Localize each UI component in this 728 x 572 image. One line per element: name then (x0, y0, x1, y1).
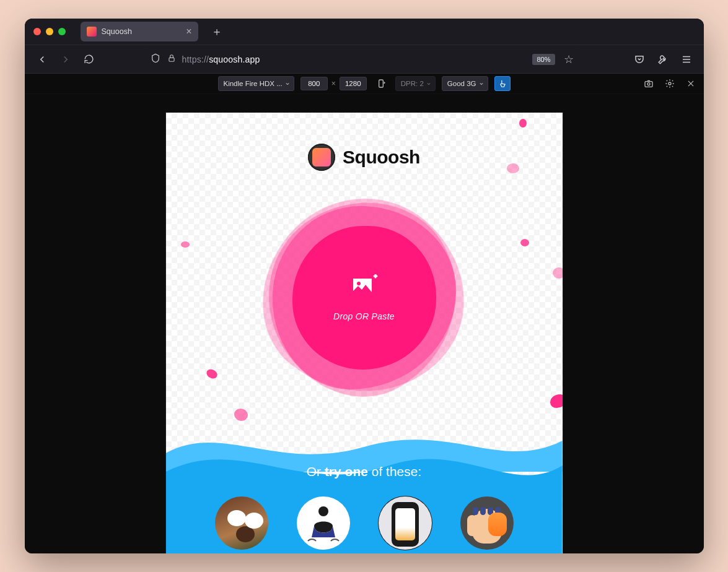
close-device-mode-icon[interactable] (683, 76, 699, 91)
tab-favicon (87, 27, 97, 37)
squoosh-logo-icon (308, 144, 335, 171)
touch-simulation-icon[interactable] (494, 76, 511, 91)
device-toolbar: Kindle Fire HDX ... × DPR: 2 Good 3G (25, 73, 704, 94)
window-controls (33, 28, 66, 35)
toolbar-right (629, 50, 696, 69)
svg-point-4 (669, 82, 671, 85)
viewport-width-input[interactable] (300, 77, 328, 90)
svg-rect-2 (645, 82, 652, 87)
try-one-heading: Or try one of these: (307, 464, 422, 479)
titlebar: Squoosh × ＋ (25, 19, 704, 45)
add-image-icon (349, 274, 379, 303)
url-bar[interactable]: https://squoosh.app 80% ☆ (145, 49, 579, 70)
pocket-icon[interactable] (629, 50, 649, 69)
samples-section: Or try one of these: (166, 453, 563, 553)
browser-window: Squoosh × ＋ https://squoosh.app 80% ☆ (25, 19, 704, 553)
svg-rect-0 (169, 58, 173, 61)
svg-point-3 (647, 83, 650, 85)
devtools-wrench-icon[interactable] (653, 50, 673, 69)
dimension-separator: × (331, 79, 336, 88)
tab-close-icon[interactable]: × (186, 27, 191, 37)
device-frame: Squoosh Drop OR Paste (166, 113, 563, 553)
svg-point-5 (357, 282, 361, 285)
sample-device-screenshot[interactable] (379, 496, 432, 550)
viewport-height-input[interactable] (340, 77, 367, 90)
url-text: https://squoosh.app (182, 54, 260, 64)
svg-rect-1 (379, 80, 383, 87)
nav-toolbar: https://squoosh.app 80% ☆ (25, 45, 704, 73)
decoration-blob (234, 409, 248, 421)
window-zoom-button[interactable] (58, 28, 66, 35)
back-button[interactable] (32, 50, 52, 69)
drop-label: Drop OR Paste (333, 311, 395, 321)
lock-icon[interactable] (166, 54, 177, 65)
dpr-select[interactable]: DPR: 2 (395, 76, 436, 91)
viewport-area: Squoosh Drop OR Paste (25, 94, 704, 553)
rotate-viewport-icon[interactable] (373, 76, 389, 91)
window-minimize-button[interactable] (46, 28, 53, 35)
app-menu-icon[interactable] (677, 50, 696, 69)
screenshot-icon[interactable] (641, 76, 657, 91)
tab-title: Squoosh (102, 27, 132, 36)
sample-svg-icon[interactable] (460, 496, 514, 550)
throttle-select[interactable]: Good 3G (442, 76, 488, 91)
forward-button[interactable] (56, 50, 76, 69)
reload-button[interactable] (79, 50, 99, 69)
sample-artwork[interactable] (297, 496, 350, 550)
svg-point-6 (318, 506, 328, 516)
window-close-button[interactable] (33, 28, 41, 35)
device-select[interactable]: Kindle Fire HDX ... (218, 76, 294, 91)
drop-target[interactable]: Drop OR Paste (166, 196, 563, 400)
tracking-shield-icon[interactable] (150, 53, 161, 66)
zoom-badge[interactable]: 80% (532, 54, 555, 65)
device-settings-icon[interactable] (662, 76, 678, 91)
app-header: Squoosh (166, 113, 563, 171)
viewport-dimensions: × (300, 77, 367, 90)
app-title: Squoosh (343, 147, 420, 168)
browser-tab[interactable]: Squoosh × (81, 22, 198, 41)
new-tab-button[interactable]: ＋ (208, 23, 226, 40)
sample-large-photo[interactable] (215, 496, 268, 550)
bookmark-star-icon[interactable]: ☆ (564, 53, 574, 66)
